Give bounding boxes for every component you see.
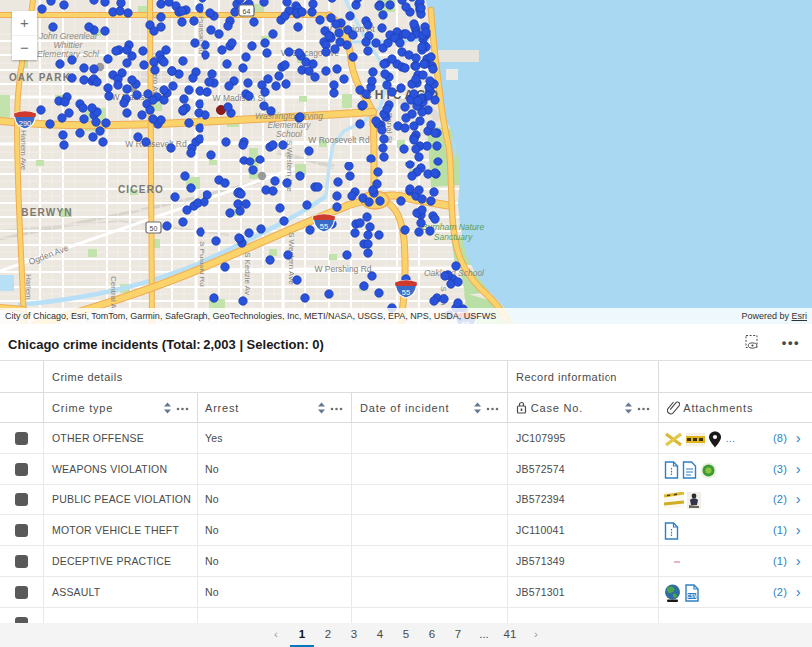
svg-text:Harlem Ave: Harlem Ave <box>19 130 28 171</box>
svg-text:55: 55 <box>402 288 410 297</box>
svg-text:50: 50 <box>150 225 158 232</box>
svg-text:Harlem: Harlem <box>24 274 33 300</box>
svg-text:OAK PARK: OAK PARK <box>9 72 71 83</box>
svg-text:S Pulaski Rd: S Pulaski Rd <box>198 241 206 287</box>
svg-text:S Kedzie Av: S Kedzie Av <box>243 252 252 295</box>
svg-text:BERWYN: BERWYN <box>21 207 72 218</box>
svg-text:W Roosevelt Rd: W Roosevelt Rd <box>308 135 370 145</box>
svg-text:64: 64 <box>243 8 251 15</box>
svg-text:School: School <box>276 129 303 139</box>
svg-text:55: 55 <box>320 222 328 231</box>
svg-text:Sanctuary: Sanctuary <box>434 232 473 242</box>
svg-text:CSV: CSV <box>687 594 698 599</box>
svg-text:290: 290 <box>19 119 32 128</box>
svg-text:W Roosevelt Rd: W Roosevelt Rd <box>125 139 187 149</box>
svg-text:W Pershing Rd: W Pershing Rd <box>314 264 371 274</box>
svg-text:W Madison St: W Madison St <box>213 93 267 103</box>
svg-text:CICERO: CICERO <box>118 184 164 195</box>
